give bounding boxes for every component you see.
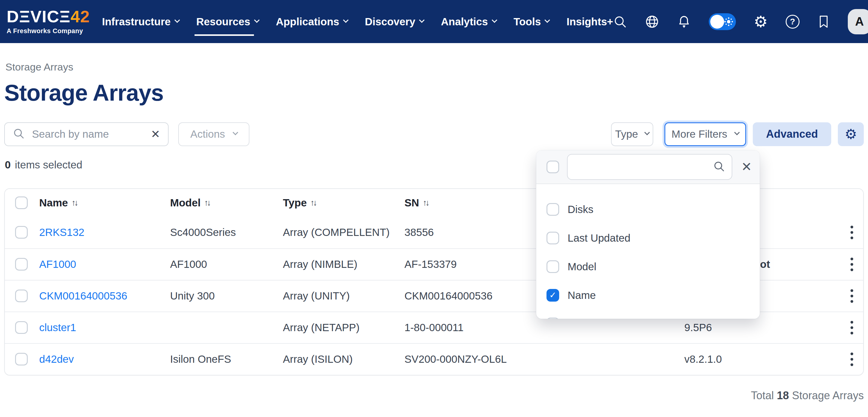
type-label: Type	[615, 128, 638, 140]
nav-menu-item[interactable]: Insights+	[566, 16, 613, 28]
sort-icon[interactable]: ↑↓	[71, 198, 77, 208]
cell-type: Array (NIMBLE)	[283, 258, 404, 270]
main-nav: Infrastructure Resources Applications Di…	[102, 16, 613, 28]
filter-option-label: Name	[568, 289, 596, 301]
globe-icon[interactable]	[645, 14, 659, 29]
row-menu-kebab[interactable]	[840, 257, 863, 271]
bookmark-icon[interactable]	[817, 14, 830, 29]
nav-menu-item[interactable]: Tools	[514, 16, 550, 28]
filter-option-checkbox[interactable]: ✓	[547, 318, 559, 319]
toolbar: ✕ Actions Type More Filters Advanced ⚙	[4, 122, 864, 146]
filter-option[interactable]: ✓ Model	[547, 252, 760, 281]
nav-menu-item[interactable]: Infrastructure	[102, 16, 179, 28]
cell-model: Sc4000Series	[170, 226, 283, 238]
nav-item-label: Applications	[276, 16, 339, 28]
filter-option[interactable]: ✓ Disks	[547, 195, 760, 223]
row-checkbox[interactable]: ✓	[15, 353, 28, 366]
table-settings-button[interactable]: ⚙	[838, 122, 864, 146]
more-filters-panel: ✓ ✕ ✓ Disks ✓ Last Updated	[536, 150, 760, 319]
filter-option-label: Model	[568, 260, 596, 273]
nav-item-label: Tools	[514, 16, 541, 28]
advanced-label: Advanced	[766, 128, 818, 140]
column-header-name[interactable]: Name↑↓	[39, 197, 170, 209]
filter-option[interactable]: ✓ Last Updated	[547, 223, 760, 252]
help-icon[interactable]: ?	[786, 15, 800, 29]
clear-search-icon[interactable]: ✕	[151, 129, 160, 140]
row-checkbox[interactable]: ✓	[15, 226, 28, 239]
chevron-down-icon	[419, 17, 424, 23]
theme-toggle[interactable]	[709, 13, 736, 30]
sort-icon[interactable]: ↑↓	[423, 198, 428, 208]
row-menu-kebab[interactable]	[840, 352, 863, 366]
sort-icon[interactable]: ↑↓	[310, 198, 316, 208]
filter-search-input[interactable]	[574, 161, 713, 173]
nav-menu-item[interactable]: Discovery	[365, 16, 424, 28]
row-name-link[interactable]: cluster1	[39, 321, 76, 333]
search-icon	[713, 160, 725, 174]
cell-sn: SV200-000NZY-OL6L	[404, 353, 680, 365]
row-menu-kebab[interactable]	[840, 321, 863, 335]
cell-version: 9.5P6	[680, 321, 840, 334]
nav-menu-item[interactable]: Applications	[276, 16, 348, 28]
filter-panel-header: ✓ ✕	[536, 150, 760, 184]
type-filter-dropdown[interactable]: Type	[611, 122, 653, 146]
search-icon[interactable]	[613, 15, 627, 29]
row-name-link[interactable]: CKM00164000536	[39, 290, 127, 302]
actions-dropdown-button[interactable]: Actions	[178, 122, 249, 146]
row-checkbox[interactable]: ✓	[15, 321, 28, 334]
row-name-link[interactable]: AF1000	[39, 258, 76, 270]
cell-name: cluster1	[39, 321, 170, 334]
nav-item-label: Insights+	[566, 16, 613, 28]
row-name-link[interactable]: d42dev	[39, 353, 74, 365]
navbar-actions: ⚙ ? A	[613, 9, 868, 34]
row-menu-kebab[interactable]	[840, 226, 863, 239]
user-avatar[interactable]: A	[848, 9, 868, 34]
nav-item-label: Resources	[196, 16, 250, 28]
chevron-down-icon	[174, 17, 180, 23]
row-menu-kebab[interactable]	[840, 289, 863, 303]
cell-name: d42dev	[39, 353, 170, 365]
chevron-down-icon	[645, 130, 650, 135]
chevron-down-icon	[343, 17, 348, 23]
select-all-checkbox[interactable]: ✓	[15, 197, 28, 209]
search-by-name-box: ✕	[4, 122, 168, 146]
row-checkbox[interactable]: ✓	[15, 258, 28, 271]
help-question-mark: ?	[790, 17, 795, 27]
close-panel-icon[interactable]: ✕	[741, 161, 752, 173]
search-input[interactable]	[31, 128, 144, 140]
notifications-bell-icon[interactable]	[677, 14, 691, 29]
advanced-button[interactable]: Advanced	[753, 122, 831, 146]
cell-type: Array (COMPELLENT)	[283, 226, 404, 238]
row-name-link[interactable]: 2RKS132	[39, 226, 85, 238]
filter-option-checkbox[interactable]: ✓	[547, 289, 559, 302]
logo-wordmark: DΞVICΞ42	[7, 8, 90, 25]
column-header-model[interactable]: Model↑↓	[170, 197, 283, 209]
filter-option-clipped[interactable]: ✓	[536, 309, 760, 319]
device42-logo[interactable]: DΞVICΞ42 A Freshworks Company	[7, 8, 90, 35]
logo-tagline: A Freshworks Company	[7, 27, 90, 35]
filter-option[interactable]: ✓ Name	[547, 281, 760, 309]
selection-count: 0	[5, 159, 10, 171]
cell-name: CKM00164000536	[39, 290, 170, 302]
settings-gear-icon[interactable]: ⚙	[754, 14, 768, 30]
nav-menu-item[interactable]: Analytics	[441, 16, 496, 28]
filter-select-all-checkbox[interactable]: ✓	[547, 161, 559, 173]
chevron-down-icon	[232, 130, 238, 135]
nav-item-label: Discovery	[365, 16, 415, 28]
filter-option-checkbox[interactable]: ✓	[547, 260, 559, 273]
column-header-type[interactable]: Type↑↓	[283, 197, 404, 209]
more-filters-dropdown[interactable]: More Filters	[664, 122, 746, 146]
chevron-down-icon	[545, 17, 550, 23]
selection-text: items selected	[15, 159, 82, 171]
filter-option-checkbox[interactable]: ✓	[547, 232, 559, 244]
filter-option-checkbox[interactable]: ✓	[547, 203, 559, 216]
cell-model: Isilon OneFS	[170, 353, 283, 365]
app-root: DΞVICΞ42 A Freshworks Company Infrastruc…	[0, 0, 868, 417]
chevron-down-icon	[254, 17, 259, 23]
sort-icon[interactable]: ↑↓	[204, 198, 210, 208]
nav-menu-item[interactable]: Resources	[196, 16, 259, 28]
chevron-down-icon	[734, 130, 740, 135]
row-checkbox[interactable]: ✓	[15, 289, 28, 302]
filter-option-label: Disks	[568, 203, 593, 215]
cell-model: Unity 300	[170, 290, 283, 302]
